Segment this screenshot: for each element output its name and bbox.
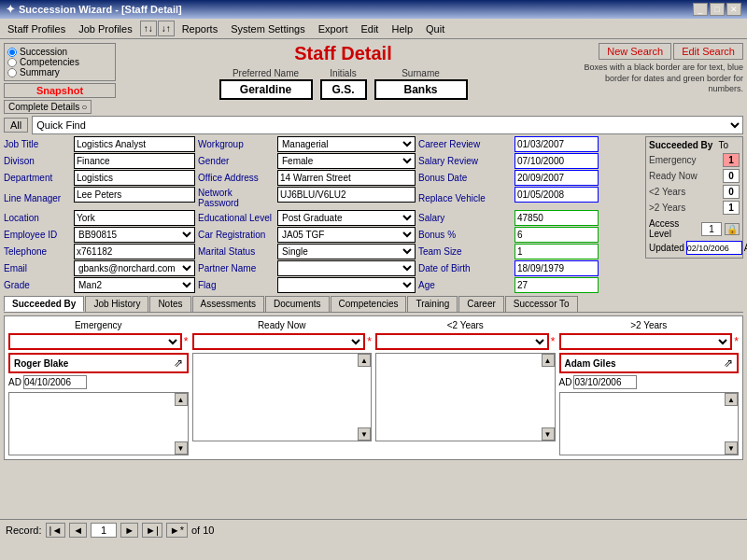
roger-blake-arrow[interactable]: ⇗	[174, 357, 183, 370]
lt2years-scroll-down[interactable]: ▼	[542, 427, 555, 441]
tab-notes[interactable]: Notes	[149, 296, 190, 312]
salary-label: Salary	[418, 210, 512, 226]
menu-quit[interactable]: Quit	[420, 21, 450, 36]
record-bar: Record: |◄ ◄ ► ►| ►* of 10	[0, 519, 747, 539]
ready-now-select[interactable]	[192, 333, 366, 350]
adam-giles-arrow[interactable]: ⇗	[724, 357, 733, 370]
location-input[interactable]	[74, 210, 195, 226]
menu-help[interactable]: Help	[386, 21, 418, 36]
tab-career[interactable]: Career	[458, 296, 504, 312]
new-search-button[interactable]: New Search	[599, 43, 671, 60]
marital-status-label: Marital Status	[198, 244, 275, 259]
network-password-label: Network Password	[198, 187, 275, 209]
age-input[interactable]	[514, 277, 599, 293]
sort-desc-button[interactable]: ↓↑	[158, 21, 175, 36]
team-size-input[interactable]	[514, 244, 599, 259]
email-select[interactable]: gbanks@norchard.com	[74, 260, 195, 276]
initials-input[interactable]	[320, 79, 367, 100]
flag-select[interactable]	[277, 277, 416, 293]
department-input[interactable]	[74, 170, 195, 186]
tab-job-history[interactable]: Job History	[85, 296, 148, 312]
record-next-button[interactable]: ►	[120, 523, 138, 538]
tab-assessments[interactable]: Assessments	[192, 296, 264, 312]
updated-input[interactable]	[686, 241, 742, 255]
menu-export[interactable]: Export	[313, 21, 354, 36]
record-prev-button[interactable]: ◄	[69, 523, 87, 538]
edit-search-button[interactable]: Edit Search	[673, 43, 743, 60]
snapshot-button[interactable]: Snapshot	[4, 83, 116, 98]
menu-edit[interactable]: Edit	[355, 21, 384, 36]
salary-review-input[interactable]	[514, 153, 599, 169]
telephone-label: Telephone	[4, 244, 71, 259]
telephone-input[interactable]	[74, 244, 195, 259]
car-registration-select[interactable]: JA05 TGF	[277, 227, 416, 243]
menu-staff-profiles[interactable]: Staff Profiles	[2, 21, 71, 36]
complete-details-button[interactable]: Complete Details ○	[4, 100, 92, 114]
to-label: To	[718, 140, 728, 150]
record-total: of 10	[191, 525, 214, 536]
record-current-input[interactable]	[91, 523, 117, 538]
preferred-name-input[interactable]	[219, 79, 313, 100]
lt2years-scroll-up[interactable]: ▲	[542, 354, 555, 367]
access-level-input[interactable]	[701, 222, 722, 236]
employee-id-select[interactable]: BB90815	[74, 227, 195, 243]
partner-name-select[interactable]	[277, 260, 416, 276]
network-password-input[interactable]	[277, 187, 416, 203]
radio-succession[interactable]: Succession	[7, 47, 112, 57]
succeeded-columns: Emergency * Roger Blake ⇗ AD ▲ ▼	[8, 320, 739, 455]
tab-training[interactable]: Training	[407, 296, 458, 312]
ready-now-scroll-down[interactable]: ▼	[358, 427, 371, 441]
initials-group: Initials	[320, 68, 367, 100]
career-review-input[interactable]	[514, 136, 599, 152]
record-new-button[interactable]: ►*	[166, 523, 188, 538]
emergency-scroll-down[interactable]: ▼	[175, 441, 188, 455]
minimize-button[interactable]: _	[693, 3, 708, 16]
bonus-pct-input[interactable]	[514, 227, 599, 243]
record-first-button[interactable]: |◄	[46, 523, 66, 538]
bonus-date-input[interactable]	[514, 170, 599, 186]
record-last-button[interactable]: ►|	[142, 523, 162, 538]
sort-asc-button[interactable]: ↑↓	[140, 21, 157, 36]
workgroup-select[interactable]: Managerial	[277, 136, 416, 152]
tab-successor-to[interactable]: Successor To	[505, 296, 578, 312]
quick-find-select[interactable]: Quick Find	[32, 116, 743, 134]
line-manager-input[interactable]	[74, 187, 195, 203]
salary-input[interactable]	[514, 210, 599, 226]
job-title-input[interactable]	[74, 136, 195, 152]
ready-now-scroll-up[interactable]: ▲	[358, 354, 371, 367]
access-level-icon[interactable]: 🔒	[725, 223, 740, 235]
educational-level-select[interactable]: Post Graduate	[277, 210, 416, 226]
roger-blake-date[interactable]	[23, 375, 87, 389]
menu-system-settings[interactable]: System Settings	[225, 21, 310, 36]
emergency-select[interactable]	[8, 333, 182, 350]
gt2years-scroll-up[interactable]: ▲	[725, 393, 738, 406]
adam-giles-date[interactable]	[573, 375, 637, 389]
dob-label: Date of Birth	[418, 260, 512, 276]
record-label: Record:	[6, 525, 42, 536]
gender-select[interactable]: Female	[277, 153, 416, 169]
lt2years-select[interactable]	[375, 333, 549, 350]
grade-select[interactable]: Man2	[74, 277, 195, 293]
menu-reports[interactable]: Reports	[176, 21, 224, 36]
office-address-input[interactable]	[277, 170, 416, 186]
gt2years-select[interactable]	[559, 333, 733, 350]
maximize-button[interactable]: □	[710, 3, 725, 16]
gt2years-scroll-down[interactable]: ▼	[725, 441, 738, 455]
close-button[interactable]: ✕	[726, 3, 741, 16]
tab-competencies[interactable]: Competencies	[331, 296, 407, 312]
dob-input[interactable]	[514, 260, 599, 276]
tab-succeeded-by[interactable]: Succeeded By	[4, 296, 84, 312]
educational-level-label: Educational Level	[198, 210, 275, 226]
emergency-scroll-up[interactable]: ▲	[175, 393, 188, 406]
marital-status-select[interactable]: Single	[277, 244, 416, 259]
radio-competencies[interactable]: Competencies	[7, 57, 112, 67]
workgroup-label: Workgroup	[198, 136, 275, 152]
radio-summary[interactable]: Summary	[7, 67, 112, 77]
sort-buttons[interactable]: ↑↓ ↓↑	[140, 21, 175, 36]
menu-job-profiles[interactable]: Job Profiles	[73, 21, 137, 36]
surname-input[interactable]	[374, 79, 468, 100]
tab-documents[interactable]: Documents	[265, 296, 330, 312]
all-button[interactable]: All	[4, 118, 28, 133]
replace-vehicle-input[interactable]	[514, 187, 599, 203]
division-input[interactable]	[74, 153, 195, 169]
